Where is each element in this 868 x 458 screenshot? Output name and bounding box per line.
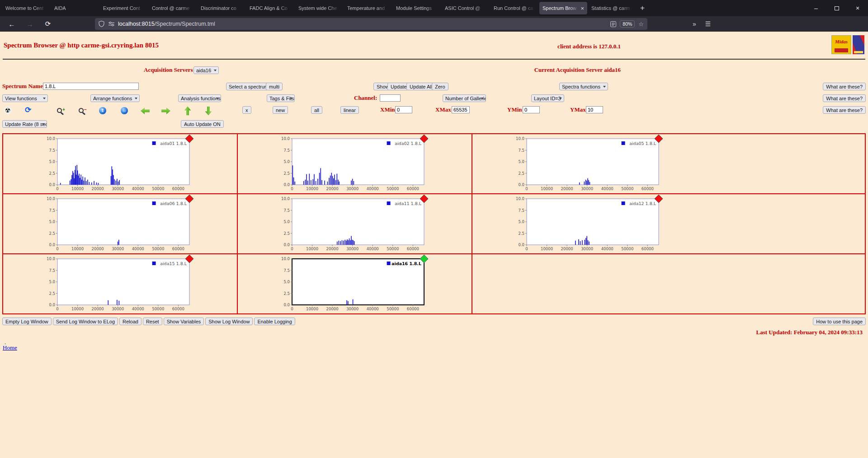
new-tab-button[interactable]: + [637, 2, 648, 14]
browser-tab[interactable]: Run Control @ ca [491, 2, 538, 14]
multi-button[interactable]: multi [266, 83, 283, 90]
spectrum-chart[interactable]: 0.02.55.07.510.0010000200003000040000500… [41, 135, 195, 192]
browser-tab[interactable]: Experiment Cont [100, 2, 148, 14]
browser-tab[interactable]: FADC Align & Co [246, 2, 294, 14]
maximize-button[interactable] [826, 0, 847, 16]
url-text[interactable]: localhost:8015/Spectrum/Spectrum.tml [118, 21, 610, 27]
reset-button[interactable]: Reset [143, 318, 162, 325]
browser-tab[interactable]: Temperature and [344, 2, 392, 14]
spectra-functions-dropdown[interactable]: Spectra functions [559, 83, 608, 90]
update-all-button[interactable]: Update All [406, 83, 435, 90]
what-are-these-button-2[interactable]: What are these? [823, 94, 866, 102]
spectrum-chart[interactable]: 0.02.55.07.510.0010000200003000040000500… [41, 255, 195, 312]
gallery-cell-aida02[interactable]: 0.02.55.07.510.0010000200003000040000500… [237, 134, 472, 194]
back-icon[interactable]: ← [5, 20, 18, 28]
reload-button[interactable]: Reload [119, 318, 142, 325]
minimize-button[interactable]: – [806, 0, 826, 16]
new-button[interactable]: new [273, 106, 288, 114]
browser-tab[interactable]: System wide Che [295, 2, 343, 14]
spectrum-chart[interactable]: 0.02.55.07.510.0010000200003000040000500… [276, 195, 429, 252]
gallery-cell-aida01[interactable]: 0.02.55.07.510.0010000200003000040000500… [3, 134, 237, 194]
x-projection-button[interactable]: x [242, 106, 251, 114]
update-rate-dropdown[interactable]: Update Rate (8 secs) [2, 120, 47, 128]
reload-icon[interactable]: ⟳ [42, 20, 54, 28]
svg-text:10.0: 10.0 [47, 257, 55, 261]
reader-mode-icon[interactable] [610, 21, 616, 27]
browser-tab[interactable]: Module Settings [393, 2, 441, 14]
url-bar[interactable]: localhost:8015/Spectrum/Spectrum.tml 80%… [95, 18, 647, 30]
gallery-cell-aida06[interactable]: 0.02.55.07.510.0010000200003000040000500… [3, 194, 237, 254]
bookmark-star-icon[interactable]: ☆ [638, 21, 644, 28]
gallery-cell-aida05[interactable]: 0.02.55.07.510.0010000200003000040000500… [472, 134, 865, 194]
show-variables-button[interactable]: Show Variables [164, 318, 204, 325]
empty-log-window-button[interactable]: Empty Log Window [2, 318, 52, 325]
spectrum-chart[interactable]: 0.02.55.07.510.0010000200003000040000500… [41, 195, 195, 252]
shield-icon[interactable] [99, 21, 104, 27]
arrange-functions-dropdown[interactable]: Arrange functions [90, 94, 140, 102]
close-tab-icon[interactable]: × [580, 5, 584, 12]
xmin-input[interactable] [395, 106, 412, 113]
shift-left-arrow-icon[interactable] [141, 107, 150, 114]
refresh-icon[interactable]: ⟳ [25, 106, 31, 114]
svg-text:5.0: 5.0 [49, 159, 55, 164]
ymax-input[interactable] [586, 106, 603, 113]
spectrum-name-input[interactable] [43, 83, 139, 90]
browser-tab[interactable]: AIDA [51, 2, 99, 14]
browser-tab[interactable]: Control @ carme [149, 2, 197, 14]
svg-text:aida02 1.8.L: aida02 1.8.L [395, 141, 422, 146]
svg-text:2.5: 2.5 [283, 231, 290, 236]
gallery-cell-aida11[interactable]: 0.02.55.07.510.0010000200003000040000500… [237, 194, 472, 254]
spectrum-chart[interactable]: 0.02.55.07.510.0010000200003000040000500… [510, 135, 664, 192]
send-log-to-elog-button[interactable]: Send Log Window to ELog [53, 318, 118, 325]
layout-id-dropdown[interactable]: Layout ID=3 [531, 94, 564, 102]
close-window-button[interactable]: × [847, 0, 868, 16]
zoom-out-icon[interactable]: − [79, 108, 84, 113]
gallery-cell-aida16[interactable]: 0.02.55.07.510.0010000200003000040000500… [237, 254, 472, 314]
browser-tab[interactable]: Discriminator co [198, 2, 245, 14]
browser-tab[interactable]: Spectrum Brow× [539, 2, 587, 14]
how-to-use-button[interactable]: How to use this page [813, 318, 866, 325]
shift-up-arrow-icon[interactable] [184, 107, 191, 116]
shift-right-arrow-icon[interactable] [161, 107, 170, 114]
spectrum-name-label: Spectrum Name: [2, 83, 45, 90]
zero-button[interactable]: Zero [432, 83, 448, 90]
show-log-window-button[interactable]: Show Log Window [205, 318, 253, 325]
tags-fits-dropdown[interactable]: Tags & Fits [267, 94, 295, 102]
what-are-these-button-1[interactable]: What are these? [823, 83, 866, 90]
gallery-cell-aida15[interactable]: 0.02.55.07.510.0010000200003000040000500… [3, 254, 237, 314]
xmax-label: XMax [435, 106, 451, 113]
ymin-input[interactable] [523, 106, 540, 113]
number-of-galleries-dropdown[interactable]: Number of Galleries [443, 94, 486, 102]
zoom-in-icon[interactable]: + [57, 108, 62, 113]
channel-input[interactable] [380, 94, 401, 102]
ymax-label: YMax [570, 106, 586, 113]
browser-tab[interactable]: Statistics @ carm [588, 2, 636, 14]
forward-icon[interactable]: → [24, 20, 36, 28]
what-are-these-button-3[interactable]: What are these? [823, 106, 866, 114]
spectrum-chart[interactable]: 0.02.55.07.510.0010000200003000040000500… [276, 135, 429, 192]
expand-horizontal-icon[interactable]: ⇔ [121, 107, 128, 114]
menu-hamburger-icon[interactable]: ☰ [705, 20, 711, 28]
spectrum-chart[interactable]: 0.02.55.07.510.0010000200003000040000500… [510, 195, 664, 252]
enable-logging-button[interactable]: Enable Logging [254, 318, 295, 325]
permissions-icon[interactable] [108, 21, 114, 27]
auto-update-button[interactable]: Auto Update ON [181, 120, 224, 128]
zoom-level-badge[interactable]: 80% [620, 20, 635, 28]
expand-vertical-icon[interactable]: ⇕ [99, 107, 106, 114]
shift-down-arrow-icon[interactable] [205, 107, 212, 116]
all-button[interactable]: all [311, 106, 322, 114]
spectrum-chart[interactable]: 0.02.55.07.510.0010000200003000040000500… [276, 255, 429, 312]
gallery-cell-aida12[interactable]: 0.02.55.07.510.0010000200003000040000500… [472, 194, 865, 254]
svg-text:2.5: 2.5 [49, 171, 55, 176]
analysis-functions-dropdown[interactable]: Analysis functions [178, 94, 221, 102]
svg-text:50000: 50000 [387, 307, 399, 311]
radiation-icon[interactable]: ☢ [4, 106, 12, 114]
browser-tab[interactable]: Welcome to Cent [2, 2, 50, 14]
acquisition-server-select[interactable]: aida16 [193, 66, 219, 74]
view-functions-dropdown[interactable]: View functions [2, 94, 48, 102]
linear-button[interactable]: linear [340, 106, 359, 114]
home-link[interactable]: Home [3, 344, 17, 351]
browser-tab[interactable]: ASIC Control @ [442, 2, 490, 14]
toolbar-overflow-icon[interactable]: » [693, 20, 696, 28]
xmax-input[interactable] [452, 106, 470, 113]
